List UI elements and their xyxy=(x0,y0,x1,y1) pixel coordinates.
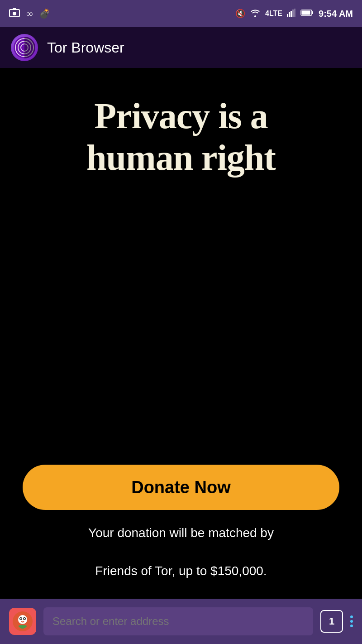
tor-logo-icon xyxy=(11,34,38,61)
svg-rect-5 xyxy=(291,11,292,17)
menu-dot-1 xyxy=(350,615,353,618)
svg-rect-9 xyxy=(302,10,310,14)
page-wrapper: ∞ 💣 🔇 4LTE xyxy=(0,0,362,644)
headline-line1: Privacy is a xyxy=(94,96,267,136)
svg-rect-4 xyxy=(289,12,290,17)
tab-count-button[interactable]: 1 xyxy=(320,610,343,633)
battery-icon xyxy=(300,9,314,19)
svg-rect-10 xyxy=(312,11,313,14)
donate-section: Donate Now Your donation will be matched… xyxy=(0,465,362,599)
headline-line2: human right xyxy=(86,138,276,178)
lte-icon: 4LTE xyxy=(265,10,282,18)
svg-point-2 xyxy=(13,12,16,15)
bottom-navigation-bar: 1 xyxy=(0,599,362,644)
status-time: 9:54 AM xyxy=(319,9,353,19)
screenshot-icon xyxy=(9,8,20,20)
signal-icon xyxy=(287,9,296,19)
main-content: Privacy is a human right xyxy=(0,68,362,197)
menu-dot-2 xyxy=(350,620,353,623)
svg-point-16 xyxy=(18,615,27,624)
status-bar-left: ∞ 💣 xyxy=(9,8,50,20)
svg-rect-7 xyxy=(294,9,295,17)
app-header: Tor Browser xyxy=(0,27,362,68)
address-bar-input[interactable] xyxy=(43,607,313,635)
content-area: Privacy is a human right Donate Now Your… xyxy=(0,68,362,644)
spacer xyxy=(0,197,362,465)
app-title: Tor Browser xyxy=(47,39,124,56)
wifi-icon xyxy=(250,8,261,19)
tab-count-label: 1 xyxy=(329,615,334,627)
svg-rect-1 xyxy=(13,8,16,10)
status-bar: ∞ 💣 🔇 4LTE xyxy=(0,0,362,27)
menu-dot-3 xyxy=(350,625,353,627)
svg-point-20 xyxy=(24,618,25,620)
donate-description: Your donation will be matched by Friends… xyxy=(88,524,274,581)
main-headline: Privacy is a human right xyxy=(86,95,276,178)
menu-button[interactable] xyxy=(350,610,353,633)
svg-rect-3 xyxy=(287,14,288,17)
svg-rect-6 xyxy=(292,10,294,17)
status-bar-right: 🔇 4LTE xyxy=(235,8,353,19)
donate-desc-line2: Friends of Tor, up to $150,000. xyxy=(95,564,267,578)
donate-button[interactable]: Donate Now xyxy=(23,465,339,510)
duckduckgo-icon xyxy=(9,608,36,635)
svg-point-19 xyxy=(20,618,22,620)
mute-icon: 🔇 xyxy=(235,9,245,19)
infinity-icon: ∞ xyxy=(26,9,33,19)
bomb-icon: 💣 xyxy=(39,8,50,19)
donate-desc-line1: Your donation will be matched by xyxy=(88,526,274,540)
